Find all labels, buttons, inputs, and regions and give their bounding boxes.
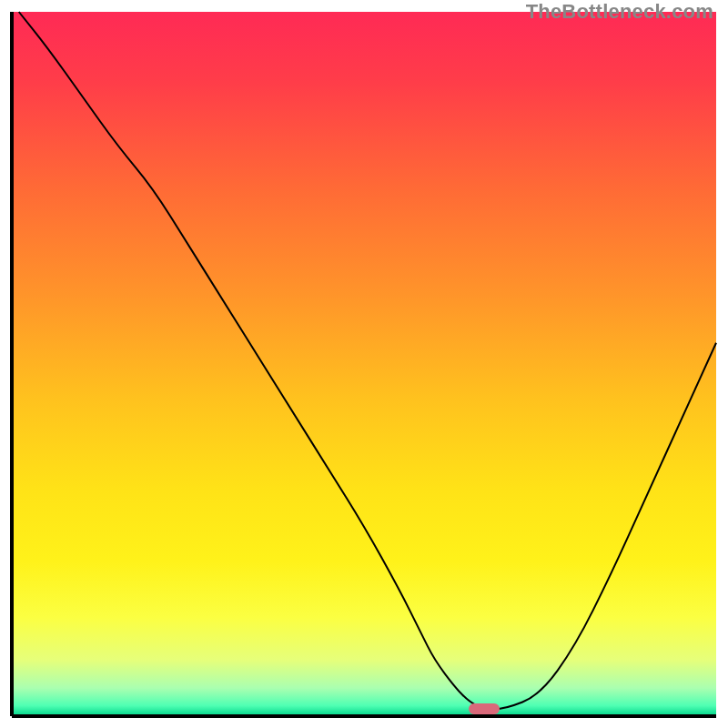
plot-area <box>12 12 716 716</box>
optimal-marker <box>469 703 500 714</box>
watermark-label: TheBottleneck.com <box>526 0 713 24</box>
chart-container: TheBottleneck.com <box>0 0 728 728</box>
x-axis <box>12 714 716 718</box>
y-axis <box>10 12 14 716</box>
bottleneck-curve <box>12 12 716 716</box>
